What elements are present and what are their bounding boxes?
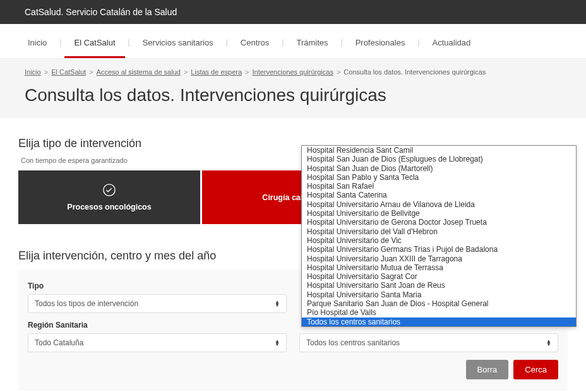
breadcrumb-item[interactable]: Listas de espera <box>191 68 242 76</box>
region-value: Todo Cataluña <box>35 338 83 347</box>
region-label: Región Sanitaria <box>28 321 287 330</box>
nav-item-el-catsalut[interactable]: El CatSalut <box>64 33 124 58</box>
dropdown-item[interactable]: Hospital San Juan de Dios (Esplugues de … <box>302 155 576 163</box>
nav-item-inicio[interactable]: Inicio <box>18 33 56 58</box>
nav-item-trámites[interactable]: Trámites <box>287 33 337 58</box>
dropdown-item[interactable]: Hospital Residencia Sant Camil <box>302 146 576 155</box>
updown-icon: ▲▼ <box>546 340 551 346</box>
nav-separator: | <box>56 33 64 58</box>
breadcrumb-band: Inicio>El CatSalut>Acceso al sistema de … <box>0 59 586 118</box>
updown-icon: ▲▼ <box>275 340 280 346</box>
dropdown-item[interactable]: Hospital Universitario Germans Trias i P… <box>302 245 576 254</box>
centro-dropdown[interactable]: Hospital Residencia Sant CamilHospital S… <box>301 145 577 327</box>
updown-icon: ▲▼ <box>275 300 280 307</box>
intervention-tab[interactable]: Procesos oncológicos <box>18 170 200 224</box>
search-button[interactable]: Cerca <box>513 360 558 379</box>
nav-separator: | <box>223 33 231 58</box>
breadcrumb-separator: > <box>89 68 93 76</box>
tab-label: Procesos oncológicos <box>67 203 151 211</box>
tipo-label: Tipo <box>28 282 287 290</box>
dropdown-item[interactable]: Hospital Universitario Arnau de Vilanova… <box>302 200 576 209</box>
dropdown-item[interactable]: Hospital Universitario Santa Maria <box>302 290 576 299</box>
breadcrumb-separator: > <box>337 68 340 76</box>
dropdown-item[interactable]: Hospital Universitario de Gerona Doctor … <box>302 218 576 227</box>
breadcrumb-item[interactable]: Acceso al sistema de salud <box>97 68 181 76</box>
dropdown-item[interactable]: Hospital Universitario Sagrat Cor <box>302 272 576 281</box>
nav-separator: | <box>278 33 287 58</box>
main-nav: Inicio|El CatSalut|Servicios sanitarios|… <box>0 24 586 59</box>
dropdown-item[interactable]: Hospital San Pablo y Santa Tecla <box>302 173 576 182</box>
centro-select[interactable]: Todos los centros sanitarios ▲▼ <box>299 333 558 352</box>
breadcrumb-separator: > <box>44 68 48 76</box>
dropdown-item[interactable]: Hospital Santa Caterina <box>302 191 576 199</box>
topbar: CatSalud. Servicio Catalán de la Salud <box>0 0 586 24</box>
dropdown-item[interactable]: Hospital Universitario de Bellvitge <box>302 209 576 218</box>
dropdown-item[interactable]: Hospital San Rafael <box>302 182 576 191</box>
nav-item-servicios-sanitarios[interactable]: Servicios sanitarios <box>133 33 223 58</box>
dropdown-item[interactable]: Parque Sanitario San Juan de Dios - Hosp… <box>302 299 576 308</box>
nav-separator: | <box>414 33 422 58</box>
tipo-value: Todos los tipos de intervención <box>35 299 138 308</box>
breadcrumb-item[interactable]: El CatSalut <box>51 68 86 76</box>
dropdown-item[interactable]: Hospital Universitario Mutua de Terrassa <box>302 263 576 272</box>
dropdown-item[interactable]: Pío Hospital de Valls <box>302 308 576 317</box>
tipo-select[interactable]: Todos los tipos de intervención ▲▼ <box>28 294 287 313</box>
dropdown-item[interactable]: Hospital Universitario Sant Joan de Reus <box>302 281 576 290</box>
check-circle-icon <box>102 183 116 199</box>
nav-separator: | <box>338 33 346 58</box>
breadcrumb-separator: > <box>245 68 249 76</box>
dropdown-item[interactable]: Todos los centros sanitarios <box>302 318 576 326</box>
dropdown-item[interactable]: Hospital Universitario del Vall d'Hebron <box>302 227 576 236</box>
dropdown-item[interactable]: Hospital Universitario de Vic <box>302 236 576 245</box>
topbar-title: CatSalud. Servicio Catalán de la Salud <box>25 7 177 17</box>
breadcrumb-item[interactable]: Intervenciones quirúrgicas <box>252 68 333 76</box>
breadcrumb-item[interactable]: Inicio <box>25 68 41 76</box>
clear-button[interactable]: Borra <box>466 360 509 379</box>
region-select[interactable]: Todo Cataluña ▲▼ <box>28 333 287 352</box>
nav-item-profesionales[interactable]: Profesionales <box>346 33 415 58</box>
breadcrumb-separator: > <box>184 68 188 76</box>
breadcrumb: Inicio>El CatSalut>Acceso al sistema de … <box>25 68 561 76</box>
dropdown-item[interactable]: Hospital Universitario Juan XXIII de Tar… <box>302 254 576 263</box>
dropdown-item[interactable]: Hospital San Juan de Dios (Martorell) <box>302 164 576 173</box>
breadcrumb-item: Consulta los datos. Intervenciones quirú… <box>344 68 486 76</box>
page-title: Consulta los datos. Intervenciones quirú… <box>25 85 561 105</box>
nav-separator: | <box>125 33 133 58</box>
nav-item-centros[interactable]: Centros <box>231 33 279 58</box>
centro-value: Todos los centros sanitarios <box>306 338 400 347</box>
nav-item-actualidad[interactable]: Actualidad <box>423 33 481 58</box>
